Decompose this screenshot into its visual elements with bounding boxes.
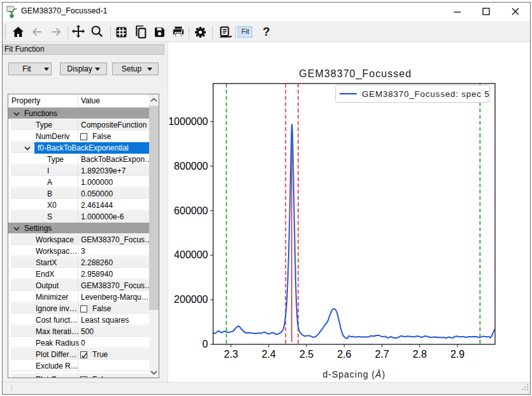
svg-text:d-Spacing (Å): d-Spacing (Å)	[322, 369, 385, 379]
svg-text:1000000: 1000000	[168, 116, 208, 127]
svg-text:2.7: 2.7	[375, 349, 389, 360]
svg-text:2.5: 2.5	[299, 349, 313, 360]
svg-text:400000: 400000	[174, 249, 208, 260]
svg-text:2.6: 2.6	[337, 349, 351, 360]
svg-text:GEM38370_Focussed: spec 5: GEM38370_Focussed: spec 5	[362, 89, 490, 99]
svg-text:200000: 200000	[174, 294, 208, 305]
svg-text:2.9: 2.9	[450, 349, 464, 360]
svg-text:GEM38370_Focussed: GEM38370_Focussed	[299, 68, 412, 80]
svg-text:2.8: 2.8	[413, 349, 427, 360]
svg-text:600000: 600000	[174, 205, 208, 216]
svg-text:800000: 800000	[174, 161, 208, 172]
svg-text:0: 0	[203, 339, 208, 349]
svg-text:2.4: 2.4	[262, 349, 276, 360]
svg-text:2.3: 2.3	[224, 349, 238, 360]
